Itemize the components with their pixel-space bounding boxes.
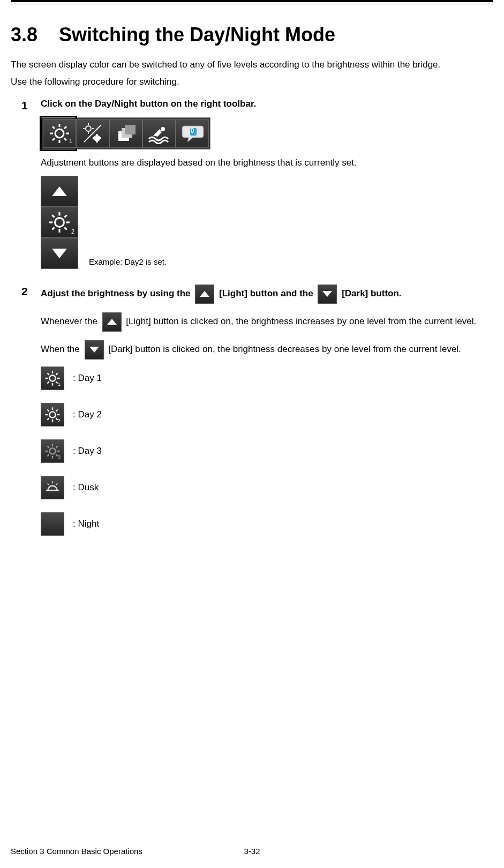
brightness-adjust-panel: 2	[41, 176, 78, 269]
page-footer: Section 3 Common Basic Operations 3-32	[11, 845, 493, 858]
day1-icon: 1	[41, 366, 64, 390]
day2-icon: 2	[41, 403, 64, 426]
mode-subscript: 3	[58, 454, 61, 461]
mode-row-day2: 2 : Day 2	[41, 403, 493, 426]
step-1: 1 Click on the Day/Night button on the r…	[21, 97, 493, 272]
triangle-up-icon	[52, 186, 67, 196]
step-2-title-light: [Light] button and the	[219, 288, 313, 298]
sun-icon	[48, 211, 71, 234]
night-icon	[41, 512, 64, 536]
svg-rect-17	[99, 137, 101, 139]
svg-line-32	[52, 227, 54, 229]
section-number: 3.8	[11, 20, 37, 49]
section-title: Switching the Day/Night Mode	[59, 24, 335, 46]
toolbar-button-3[interactable]	[109, 119, 142, 148]
triangle-down-icon	[52, 249, 67, 258]
right-toolbar: 1	[41, 117, 210, 149]
footer-page-number: 3-32	[244, 845, 260, 858]
step-1-after-toolbar: Adjustment buttons are displayed based o…	[41, 156, 493, 170]
moon-icon	[44, 516, 61, 532]
footer-section-label: Section 3 Common Basic Operations	[11, 845, 142, 858]
toolbar-button-5[interactable]: 0	[176, 119, 209, 148]
triangle-down-icon	[89, 347, 99, 353]
svg-line-59	[47, 454, 49, 456]
intro-paragraph-1: The screen display color can be switched…	[11, 58, 493, 72]
bubble-badge-value: 0	[191, 126, 194, 136]
toolbar-button-4[interactable]	[142, 119, 176, 148]
svg-line-6	[64, 138, 66, 140]
sun-split-icon	[81, 122, 104, 145]
mode-label-dusk: : Dusk	[73, 481, 99, 495]
step-2-p2-post: [Dark] button is clicked on, the brightn…	[108, 344, 461, 354]
dusk-icon	[41, 476, 64, 499]
svg-line-7	[52, 138, 55, 140]
step-2-number: 2	[21, 283, 41, 549]
step-2-title-pre: Adjust the brightness by using the	[41, 288, 191, 298]
svg-line-51	[56, 409, 57, 411]
mode-row-day3: 3 : Day 3	[41, 439, 493, 463]
svg-rect-22	[125, 125, 136, 134]
windows-stack-icon	[115, 123, 137, 144]
svg-line-64	[56, 483, 58, 485]
adjust-panel-caption: Example: Day2 is set.	[89, 256, 167, 268]
triangle-up-icon	[107, 319, 117, 325]
svg-line-48	[47, 409, 49, 411]
step-1-title: Click on the Day/Night button on the rig…	[41, 97, 493, 111]
toolbar-button-2[interactable]	[76, 119, 109, 148]
intro-paragraph-2: Use the following procedure for switchin…	[11, 75, 493, 89]
brightness-down-button[interactable]	[41, 238, 78, 269]
step-2-p1-post: [Light] button is clicked on, the bright…	[126, 316, 476, 326]
triangle-up-icon	[200, 291, 209, 297]
sun-icon-subscript: 1	[69, 137, 72, 146]
mode-label-night: : Night	[73, 517, 99, 531]
svg-rect-16	[93, 137, 95, 139]
step-1-number: 1	[21, 97, 41, 272]
step-2-p1: Whenever the [Light] button is clicked o…	[41, 311, 493, 332]
mode-row-night: : Night	[41, 512, 493, 536]
svg-line-5	[52, 126, 55, 129]
mode-row-day1: 1 : Day 1	[41, 366, 493, 390]
day3-icon: 3	[41, 439, 64, 463]
svg-line-39	[47, 373, 49, 375]
triangle-down-icon	[322, 291, 332, 297]
svg-rect-18	[96, 134, 98, 136]
step-2-title-dark: [Dark] button.	[342, 288, 401, 298]
svg-line-57	[47, 446, 49, 447]
mode-subscript: 1	[58, 381, 61, 388]
svg-point-52	[49, 448, 55, 454]
svg-line-30	[52, 215, 54, 217]
mode-list: 1 : Day 1 2 : Day 2 3 : Day 3	[41, 366, 493, 536]
svg-point-10	[86, 126, 91, 131]
step-2-p2: When the [Dark] button is clicked on, th…	[41, 339, 493, 360]
step-2-title: Adjust the brightness by using the [Ligh…	[41, 283, 493, 304]
svg-rect-19	[96, 140, 98, 143]
brightness-current-indicator: 2	[41, 207, 78, 238]
day-night-button[interactable]: 1	[43, 119, 76, 148]
svg-point-25	[55, 218, 64, 227]
step-2-p2-pre: When the	[41, 344, 80, 354]
svg-point-23	[161, 127, 165, 131]
svg-line-8	[64, 126, 66, 129]
current-mode-subscript: 2	[71, 227, 74, 236]
svg-point-34	[49, 375, 55, 381]
mode-label-day1: : Day 1	[73, 371, 102, 385]
svg-line-42	[56, 373, 57, 375]
step-2: 2 Adjust the brightness by using the [Li…	[21, 283, 493, 549]
svg-line-63	[48, 483, 49, 485]
svg-point-0	[55, 129, 64, 138]
svg-line-60	[56, 446, 57, 447]
inline-dark-button[interactable]	[318, 285, 337, 304]
section-heading: 3.8Switching the Day/Night Mode	[11, 20, 493, 49]
swimmer-mob-icon	[147, 123, 171, 144]
sun-icon	[49, 123, 70, 144]
brightness-up-button[interactable]	[41, 176, 78, 207]
svg-line-50	[47, 418, 49, 420]
top-rule	[11, 0, 493, 4]
inline-dark-button[interactable]	[85, 340, 104, 360]
inline-light-button[interactable]	[195, 285, 214, 304]
mode-label-day3: : Day 3	[73, 444, 102, 458]
svg-line-31	[64, 227, 66, 229]
svg-point-43	[49, 411, 55, 417]
inline-light-button[interactable]	[102, 312, 122, 332]
mode-row-dusk: : Dusk	[41, 476, 493, 499]
